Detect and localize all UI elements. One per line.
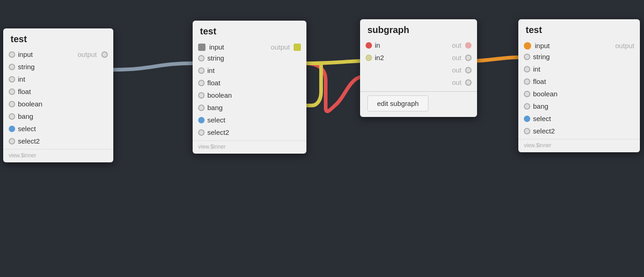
node1-string-row: string bbox=[3, 61, 113, 73]
node1-output-label: output bbox=[78, 50, 99, 58]
node1-float-row: float bbox=[3, 85, 113, 98]
node2-output-label: output bbox=[271, 43, 290, 51]
node4-select2-dot bbox=[524, 128, 530, 134]
subgraph-out3-dot bbox=[465, 67, 472, 73]
node1-select2-row: select2 bbox=[3, 135, 113, 147]
subgraph-title: subgraph bbox=[360, 19, 477, 39]
node4-bang-dot bbox=[524, 103, 530, 110]
node4-boolean-dot bbox=[524, 91, 530, 97]
node1-footer: view.$inner bbox=[3, 149, 113, 162]
node1-string-label: string bbox=[18, 63, 35, 71]
node1-int-row: int bbox=[3, 73, 113, 85]
subgraph-in-dot bbox=[366, 42, 372, 49]
node4-string-row: string bbox=[518, 50, 640, 63]
node-test-2: test input output string int float boole… bbox=[193, 21, 306, 154]
node-test-4: test input output string int float boole… bbox=[518, 19, 640, 152]
node2-string-dot bbox=[198, 55, 205, 61]
subgraph-in2-label: in2 bbox=[375, 54, 384, 61]
node-subgraph: subgraph in out in2 out out out edit sub… bbox=[360, 19, 477, 117]
node2-select2-label: select2 bbox=[207, 128, 229, 136]
node2-input-label: input bbox=[209, 43, 224, 51]
node4-select2-row: select2 bbox=[518, 125, 640, 137]
node4-float-label: float bbox=[533, 78, 546, 85]
node4-select-row: select bbox=[518, 112, 640, 125]
node1-float-dot bbox=[9, 89, 15, 95]
subgraph-out4-label: out bbox=[452, 78, 462, 86]
node2-input-connector bbox=[198, 44, 205, 51]
node2-int-label: int bbox=[207, 66, 215, 74]
subgraph-out4-row: out bbox=[360, 76, 477, 89]
node2-output-connector bbox=[294, 44, 301, 51]
node2-int-dot bbox=[198, 67, 205, 74]
subgraph-out2-dot bbox=[465, 55, 472, 61]
node2-footer: view.$inner bbox=[193, 140, 306, 154]
node2-boolean-label: boolean bbox=[207, 91, 232, 99]
node2-boolean-row: boolean bbox=[193, 89, 306, 101]
subgraph-in2-dot bbox=[366, 55, 372, 61]
node2-int-row: int bbox=[193, 64, 306, 77]
node1-boolean-label: boolean bbox=[18, 100, 42, 108]
node2-boolean-dot bbox=[198, 92, 205, 99]
node4-input-label: input bbox=[535, 42, 550, 50]
node2-title: test bbox=[193, 21, 306, 40]
node2-bang-row: bang bbox=[193, 101, 306, 114]
node1-input-row: input output bbox=[3, 48, 113, 61]
edit-subgraph-button[interactable]: edit subgraph bbox=[367, 95, 428, 111]
node2-float-dot bbox=[198, 80, 205, 86]
node4-bang-label: bang bbox=[533, 102, 548, 110]
node1-int-label: int bbox=[18, 75, 25, 83]
subgraph-in2-row: in2 out bbox=[360, 51, 477, 64]
node2-select2-dot bbox=[198, 129, 205, 136]
node1-float-label: float bbox=[18, 88, 31, 95]
node4-int-label: int bbox=[533, 65, 540, 73]
node1-select-dot bbox=[9, 126, 15, 132]
node1-bang-dot bbox=[9, 113, 15, 120]
node4-string-label: string bbox=[533, 53, 550, 61]
node4-boolean-label: boolean bbox=[533, 90, 557, 98]
node2-select-row: select bbox=[193, 114, 306, 126]
canvas: test input output string int float boole… bbox=[0, 0, 644, 277]
node2-bang-label: bang bbox=[207, 104, 222, 111]
subgraph-in-row: in out bbox=[360, 39, 477, 51]
node1-select-label: select bbox=[18, 125, 36, 133]
node1-input-label: input bbox=[18, 50, 33, 58]
subgraph-out4-dot bbox=[465, 79, 472, 86]
node4-select-dot bbox=[524, 116, 530, 122]
node1-title: test bbox=[3, 28, 113, 48]
node-test-1: test input output string int float boole… bbox=[3, 28, 113, 162]
node1-bang-label: bang bbox=[18, 112, 33, 120]
node1-input-dot bbox=[9, 51, 15, 58]
node4-float-row: float bbox=[518, 75, 640, 88]
node1-boolean-row: boolean bbox=[3, 98, 113, 110]
node1-string-dot bbox=[9, 64, 15, 70]
node4-output-label: output bbox=[615, 42, 634, 50]
node4-header-row: input output bbox=[518, 39, 640, 50]
node4-title: test bbox=[518, 19, 640, 39]
subgraph-out3-row: out bbox=[360, 64, 477, 76]
subgraph-out2-label: out bbox=[452, 54, 462, 61]
node2-header-row: input output bbox=[193, 40, 306, 52]
node1-int-dot bbox=[9, 76, 15, 83]
node4-bang-row: bang bbox=[518, 100, 640, 112]
subgraph-in-label: in bbox=[375, 41, 380, 49]
node2-string-label: string bbox=[207, 54, 224, 62]
node2-string-row: string bbox=[193, 52, 306, 64]
node4-input-connector bbox=[524, 42, 531, 50]
node1-select2-dot bbox=[9, 138, 15, 144]
subgraph-out1-label: out bbox=[452, 41, 462, 49]
node4-float-dot bbox=[524, 78, 530, 85]
node2-float-row: float bbox=[193, 77, 306, 89]
node1-bang-row: bang bbox=[3, 110, 113, 122]
node2-select-label: select bbox=[207, 116, 225, 124]
node1-boolean-dot bbox=[9, 101, 15, 107]
node1-select-row: select bbox=[3, 122, 113, 135]
node4-footer: view.$inner bbox=[518, 139, 640, 152]
node4-select2-label: select2 bbox=[533, 127, 555, 135]
subgraph-out1-dot bbox=[465, 42, 472, 49]
node4-select-label: select bbox=[533, 115, 551, 122]
node1-output-dot bbox=[101, 51, 108, 58]
node2-select2-row: select2 bbox=[193, 126, 306, 138]
node2-float-label: float bbox=[207, 79, 220, 87]
node4-int-row: int bbox=[518, 63, 640, 75]
node4-string-dot bbox=[524, 54, 530, 60]
